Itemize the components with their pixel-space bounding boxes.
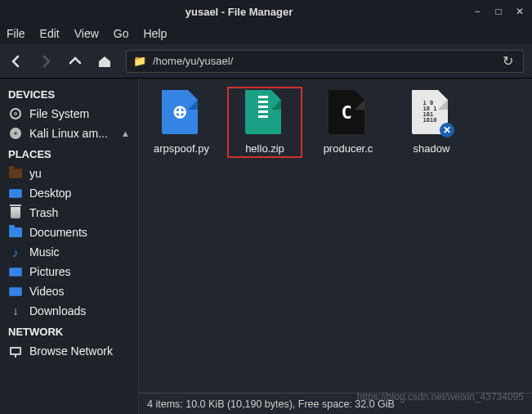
file-label: producer.c [324,142,373,155]
statusbar: 4 items: 10.0 KiB (10,190 bytes), Free s… [139,393,532,414]
location-path: /home/yu/yusael/ [153,55,493,67]
pictures-icon [8,264,23,279]
icon-grid[interactable]: ⊕ arpspoof.py hello.zip C producer.c 1 0… [139,79,532,393]
network-header: NETWORK [0,321,138,341]
sidebar-item-videos[interactable]: Videos [0,281,138,301]
location-bar[interactable]: 📁 /home/yu/yusael/ ↻ [126,50,524,73]
file-label: hello.zip [245,142,284,155]
sidebar-item-documents[interactable]: Documents [0,223,138,242]
titlebar: yusael - File Manager − □ ✕ [0,0,532,23]
file-item[interactable]: ⊕ arpspoof.py [147,90,216,155]
status-text: 4 items: 10.0 KiB (10,190 bytes), Free s… [147,398,395,410]
sidebar-item-label: Downloads [29,304,86,317]
menubar: File Edit View Go Help [0,23,532,44]
refresh-button[interactable]: ↻ [499,53,516,69]
maximize-button[interactable]: □ [493,6,504,17]
places-header: PLACES [0,143,138,164]
sidebar-item-trash[interactable]: Trash [0,203,138,223]
desktop-icon [8,186,23,200]
arrow-right-icon [38,53,54,70]
python-file-icon: ⊕ [162,90,201,136]
window-controls: − □ ✕ [472,6,525,17]
sidebar-item-label: Music [29,245,60,259]
binary-file-icon: 1 0 10 1 101 1010 ✕ [412,90,451,136]
file-item[interactable]: C producer.c [314,90,382,155]
file-item[interactable]: 1 0 10 1 101 1010 ✕ shadow [397,90,466,155]
close-button[interactable]: ✕ [514,6,525,17]
sidebar-item-label: Browse Network [29,344,113,358]
menu-go[interactable]: Go [114,27,129,40]
sidebar-item-label: Kali Linux am... [29,127,108,140]
sidebar: DEVICES File System Kali Linux am... ▲ P… [0,79,139,414]
file-label: arpspoof.py [154,142,209,155]
sidebar-item-filesystem[interactable]: File System [0,104,138,124]
back-button[interactable] [8,53,25,70]
sidebar-item-label: Videos [29,285,65,298]
cd-icon [8,126,23,141]
eject-icon[interactable]: ▲ [121,128,130,138]
menu-file[interactable]: File [7,27,25,40]
sidebar-item-browse-network[interactable]: Browse Network [0,341,138,361]
sidebar-item-label: Pictures [29,265,71,278]
folder-icon [8,225,23,240]
file-item[interactable]: hello.zip [230,90,299,155]
sidebar-item-downloads[interactable]: ↓ Downloads [0,301,138,321]
network-icon [8,344,23,358]
download-icon: ↓ [8,304,23,318]
menu-view[interactable]: View [74,27,99,40]
home-icon [96,53,113,70]
sidebar-item-label: Trash [29,206,58,219]
sidebar-item-label: File System [29,107,89,120]
up-button[interactable] [67,53,83,70]
sidebar-item-label: Documents [29,226,87,239]
menu-help[interactable]: Help [143,27,167,40]
file-label: shadow [414,142,450,155]
zip-file-icon [245,90,284,136]
sidebar-item-desktop[interactable]: Desktop [0,183,138,203]
toolbar: 📁 /home/yu/yusael/ ↻ [0,44,532,79]
sidebar-item-kali[interactable]: Kali Linux am... ▲ [0,124,138,143]
devices-header: DEVICES [0,83,138,104]
error-badge-icon: ✕ [440,123,454,137]
videos-icon [8,284,23,299]
sidebar-item-label: Desktop [29,187,71,200]
disk-icon [8,106,23,121]
sidebar-item-label: yu [29,167,42,180]
music-icon: ♪ [8,245,23,259]
folder-icon: 📁 [133,55,146,67]
content-area: ⊕ arpspoof.py hello.zip C producer.c 1 0… [139,79,532,414]
sidebar-item-pictures[interactable]: Pictures [0,262,138,281]
window-title: yusael - File Manager [7,6,472,18]
arrow-left-icon [8,53,25,70]
minimize-button[interactable]: − [472,6,483,17]
folder-icon [8,166,23,181]
home-button[interactable] [96,53,113,70]
trash-icon [8,205,23,220]
sidebar-item-yu[interactable]: yu [0,164,138,183]
forward-button[interactable] [38,53,54,70]
menu-edit[interactable]: Edit [40,27,60,40]
sidebar-item-music[interactable]: ♪ Music [0,242,138,262]
arrow-up-icon [67,53,83,70]
c-file-icon: C [329,90,368,136]
